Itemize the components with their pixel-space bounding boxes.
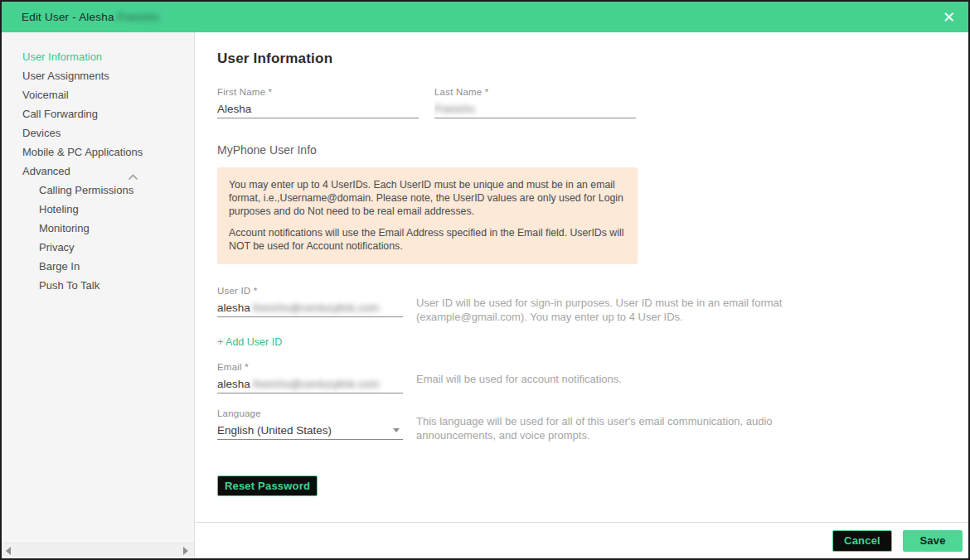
language-row: Language English (United States) This la…	[217, 408, 952, 442]
sidebar-horizontal-scrollbar[interactable]	[2, 543, 194, 557]
sidebar-item-voicemail[interactable]: Voicemail	[2, 85, 194, 104]
sidebar-item-mobile-pc-applications[interactable]: Mobile & PC Applications	[2, 142, 194, 162]
scroll-left-arrow-icon[interactable]	[6, 547, 11, 555]
sidebar-item-user-information[interactable]: User Information	[2, 47, 194, 66]
language-value: English (United States)	[217, 422, 332, 439]
language-field: Language English (United States)	[217, 408, 403, 442]
email-helper-text: Email will be used for account notificat…	[416, 362, 831, 393]
dialog-title-text: Edit User - Alesha	[22, 11, 114, 23]
page-title: User Information	[217, 51, 952, 67]
user-id-field: User ID * alesha.frerichs@centurylink.co…	[217, 286, 403, 324]
language-label: Language	[217, 408, 403, 418]
dialog-title-blurred-lastname: Frerichs	[118, 11, 159, 23]
user-information-panel: User Information First Name * Alesha Las…	[195, 32, 968, 522]
first-name-label: First Name *	[217, 87, 419, 97]
last-name-input[interactable]: Frerichs	[434, 100, 636, 118]
reset-password-button[interactable]: Reset Password	[217, 476, 318, 496]
dialog-body: User Information User Assignments Voicem…	[2, 32, 968, 558]
sidebar-item-advanced[interactable]: Advanced	[2, 162, 194, 181]
language-select[interactable]: English (United States)	[217, 422, 403, 440]
first-name-input[interactable]: Alesha	[217, 100, 419, 118]
first-name-field: First Name * Alesha	[217, 87, 419, 118]
name-fields-row: First Name * Alesha Last Name * Frerichs	[217, 87, 952, 118]
sidebar-item-barge-in[interactable]: Barge In	[2, 257, 194, 276]
dropdown-arrow-icon	[393, 428, 400, 432]
sidebar-item-push-to-talk[interactable]: Push To Talk	[2, 276, 194, 295]
first-name-value: Alesha	[217, 101, 251, 118]
email-input[interactable]: alesha.frerichs@centurylink.com	[217, 375, 403, 393]
sidebar-item-privacy[interactable]: Privacy	[2, 238, 194, 257]
userid-notice-box: You may enter up to 4 UserIDs. Each User…	[217, 167, 638, 264]
last-name-field: Last Name * Frerichs	[434, 87, 636, 118]
sidebar-item-monitoring[interactable]: Monitoring	[2, 219, 194, 238]
last-name-value-blurred: Frerichs	[434, 101, 475, 118]
close-icon[interactable]: ✕	[943, 10, 955, 25]
sidebar-item-call-forwarding[interactable]: Call Forwarding	[2, 104, 194, 123]
sidebar: User Information User Assignments Voicem…	[2, 32, 195, 558]
language-helper-text: This language will be used for all of th…	[416, 408, 831, 442]
user-id-label: User ID *	[217, 286, 403, 296]
sidebar-item-calling-permissions[interactable]: Calling Permissions	[2, 181, 194, 200]
sidebar-item-advanced-label: Advanced	[22, 165, 70, 177]
user-id-input[interactable]: alesha.frerichs@centurylink.com	[217, 299, 403, 317]
dialog-title: Edit User - AleshaFrerichs	[22, 11, 159, 23]
email-value: alesha	[217, 376, 250, 393]
userid-notice-paragraph-1: You may enter up to 4 UserIDs. Each User…	[229, 178, 624, 218]
edit-user-dialog: Edit User - AleshaFrerichs ✕ User Inform…	[0, 0, 970, 560]
cancel-button[interactable]: Cancel	[832, 530, 892, 552]
user-id-helper-text: User ID will be used for sign-in purpose…	[416, 286, 831, 324]
myphone-section-title: MyPhone User Info	[217, 143, 952, 157]
scroll-right-arrow-icon[interactable]	[183, 547, 188, 555]
save-button[interactable]: Save	[903, 530, 963, 552]
email-label: Email *	[217, 362, 403, 372]
sidebar-item-hoteling[interactable]: Hoteling	[2, 200, 194, 219]
user-id-value-blurred: .frerichs@centurylink.com	[250, 300, 380, 316]
sidebar-item-devices[interactable]: Devices	[2, 123, 194, 142]
email-field: Email * alesha.frerichs@centurylink.com	[217, 362, 403, 393]
add-user-id-link[interactable]: + Add User ID	[217, 336, 282, 348]
user-id-row: User ID * alesha.frerichs@centurylink.co…	[217, 286, 952, 324]
userid-notice-paragraph-2: Account notifications will use the Email…	[229, 226, 624, 253]
dialog-header: Edit User - AleshaFrerichs ✕	[2, 2, 968, 32]
email-value-blurred: .frerichs@centurylink.com	[250, 376, 380, 393]
email-row: Email * alesha.frerichs@centurylink.com …	[217, 362, 952, 393]
main-panel: User Information First Name * Alesha Las…	[195, 32, 968, 558]
sidebar-item-user-assignments[interactable]: User Assignments	[2, 66, 194, 85]
last-name-label: Last Name *	[434, 87, 636, 97]
user-id-value: alesha	[217, 300, 250, 316]
dialog-footer: Cancel Save	[195, 522, 968, 558]
